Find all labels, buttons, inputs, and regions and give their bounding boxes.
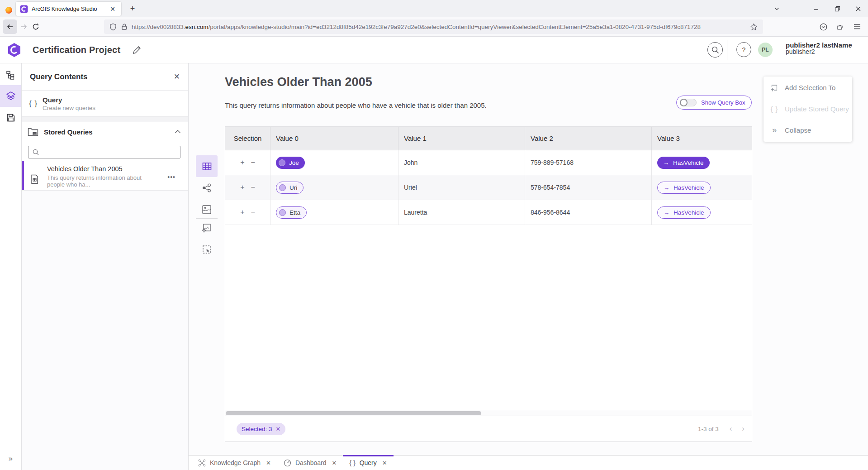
edit-pencil-icon[interactable] [133, 46, 141, 54]
column-header-value1[interactable]: Value 1 [398, 127, 525, 150]
browser-tab-title: ArcGIS Knowledge Studio [32, 6, 105, 12]
stored-queries-search[interactable] [28, 146, 180, 158]
pocket-icon[interactable] [818, 21, 829, 32]
table-icon [202, 162, 212, 171]
horizontal-scrollbar[interactable] [225, 410, 752, 416]
forward-button[interactable] [19, 21, 29, 32]
column-header-value0[interactable]: Value 0 [270, 127, 398, 150]
chevron-up-icon[interactable] [175, 129, 181, 134]
tab-close-icon[interactable]: ✕ [332, 460, 337, 466]
table-empty-area [225, 225, 752, 410]
user-subtitle: publisher2 [786, 48, 852, 55]
window-restore-button[interactable] [831, 3, 844, 14]
help-button[interactable]: ? [736, 42, 751, 57]
stored-queries-folder-icon [28, 127, 38, 137]
previous-page-icon[interactable]: ‹ [730, 424, 732, 433]
add-selection-icon[interactable]: + [240, 208, 244, 216]
dashboard-icon [284, 459, 291, 467]
url-text: https://dev0028833.esri.com/portal/apps/… [132, 24, 746, 30]
column-header-selection[interactable]: Selection [225, 127, 270, 150]
relationship-pill[interactable]: →HasVehicle [657, 206, 711, 219]
cell-value: Uriel [404, 184, 417, 191]
remove-selection-icon[interactable]: − [251, 183, 255, 192]
selected-count-chip[interactable]: Selected: 3✕ [237, 423, 285, 435]
browser-tab[interactable]: ArcGIS Knowledge Studio ✕ [16, 2, 121, 16]
stored-queries-header[interactable]: Stored Queries [22, 122, 188, 141]
lock-icon[interactable] [121, 23, 128, 30]
panel-close-icon[interactable]: ✕ [172, 63, 182, 90]
map-button[interactable] [201, 204, 212, 215]
table-row[interactable]: + − Uri Uriel 578-654-7854 →HasVehicle [225, 175, 752, 200]
menu-item-update-stored-query[interactable]: { } Update Stored Query [764, 98, 852, 120]
back-button[interactable] [3, 19, 17, 34]
query-create-item[interactable]: { } Query Create new queries [22, 91, 188, 117]
scrollbar-thumb[interactable] [226, 411, 481, 415]
url-bar[interactable]: https://dev0028833.esri.com/portal/apps/… [104, 19, 763, 34]
search-button[interactable] [707, 42, 723, 58]
bookmark-star-icon[interactable] [750, 23, 758, 31]
link-chart-button[interactable] [201, 182, 212, 193]
add-selection-icon[interactable]: + [240, 183, 244, 192]
extensions-puzzle-icon[interactable] [835, 21, 845, 32]
table-view-button[interactable] [196, 155, 218, 177]
shield-icon[interactable] [109, 23, 117, 31]
braces-icon: { } [29, 99, 43, 108]
new-map-from-selection-button[interactable] [201, 222, 212, 233]
menu-item-add-selection-to[interactable]: Add Selection To [764, 77, 852, 98]
selection-tools-button[interactable] [201, 244, 212, 255]
user-info[interactable]: publisher2 lastName publisher2 [786, 42, 852, 55]
menu-item-collapse[interactable]: » Collapse [764, 120, 852, 141]
window-minimize-button[interactable] [810, 3, 822, 14]
entity-pill[interactable]: Joe [276, 157, 305, 169]
clear-selection-icon[interactable]: ✕ [276, 426, 281, 432]
tab-list-chevron-icon[interactable] [770, 3, 783, 14]
cell-value: 846-956-8644 [531, 209, 570, 216]
knowledge-graph-icon [198, 459, 206, 467]
tab-knowledge-graph[interactable]: Knowledge Graph ✕ [192, 456, 277, 470]
next-page-icon[interactable]: › [742, 424, 745, 433]
tab-dashboard[interactable]: Dashboard ✕ [277, 456, 343, 470]
browser-tab-bar: ArcGIS Knowledge Studio ✕ + [0, 0, 868, 17]
rail-contents-button[interactable] [0, 85, 21, 107]
arrow-right-icon: → [664, 209, 669, 216]
cell-value: 578-654-7854 [531, 184, 570, 191]
map-icon [202, 205, 212, 215]
layers-icon [6, 91, 16, 101]
table-row[interactable]: + − Joe John 759-889-57168 →HasVehicle [225, 150, 752, 175]
toggle-switch[interactable] [680, 99, 697, 106]
double-chevron-right-icon: » [9, 454, 13, 463]
tab-close-icon[interactable]: ✕ [382, 460, 387, 466]
add-selection-icon[interactable]: + [240, 158, 244, 167]
cell-value: 759-889-57168 [531, 159, 574, 166]
relationship-pill[interactable]: →HasVehicle [657, 157, 710, 169]
rail-save-button[interactable] [0, 107, 21, 129]
stored-query-item[interactable]: Vehicles Older Than 2005 This query retu… [22, 161, 188, 191]
tab-query[interactable]: { } Query ✕ [343, 456, 393, 470]
new-tab-button[interactable]: + [127, 3, 138, 14]
tab-close-icon[interactable]: ✕ [108, 5, 117, 13]
toggle-label: Show Query Box [701, 99, 745, 106]
menu-hamburger-icon[interactable] [852, 21, 863, 32]
braces-icon: { } [770, 105, 779, 113]
browser-toolbar: https://dev0028833.esri.com/portal/apps/… [0, 17, 868, 37]
column-header-value2[interactable]: Value 2 [525, 127, 652, 150]
window-close-button[interactable] [852, 3, 864, 14]
rail-data-model-button[interactable] [0, 64, 21, 86]
entity-pill[interactable]: Etta [276, 206, 307, 219]
expand-rail-button[interactable]: » [0, 452, 21, 465]
more-options-icon[interactable]: ••• [167, 173, 175, 181]
avatar[interactable]: PL [758, 43, 773, 57]
entity-pill[interactable]: Uri [276, 182, 304, 194]
reload-button[interactable] [30, 21, 41, 32]
show-query-box-toggle[interactable]: Show Query Box [676, 96, 752, 110]
remove-selection-icon[interactable]: − [251, 158, 255, 167]
table-row[interactable]: + − Etta Lauretta 846-956-8644 →HasVehic… [225, 200, 752, 225]
panel-empty-area [22, 191, 188, 470]
column-header-value3[interactable]: Value 3 [652, 127, 752, 150]
firefox-icon[interactable] [5, 7, 12, 14]
relationship-pill[interactable]: →HasVehicle [657, 182, 711, 194]
table-footer: Selected: 3✕ 1-3 of 3 ‹ › [225, 416, 752, 441]
remove-selection-icon[interactable]: − [251, 208, 255, 216]
tab-close-icon[interactable]: ✕ [266, 460, 271, 466]
table-header-row: Selection Value 0 Value 1 Value 2 Value … [225, 127, 752, 150]
